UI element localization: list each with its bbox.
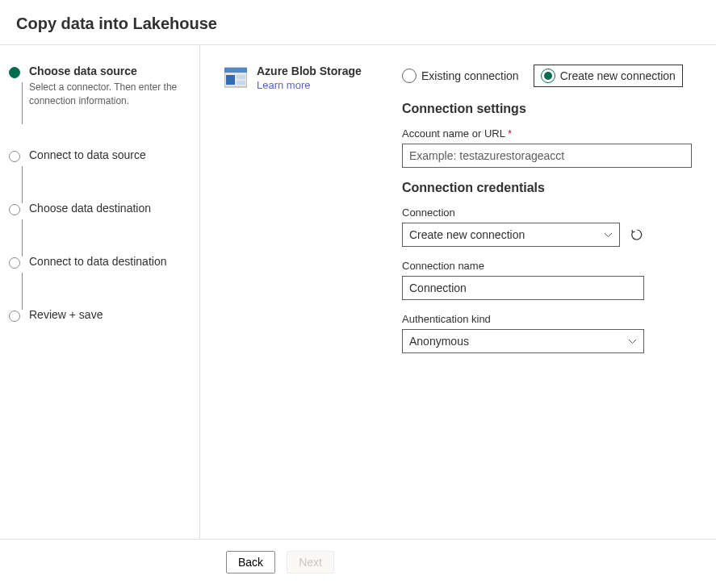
step-title: Choose data destination xyxy=(29,202,151,215)
step-indicator xyxy=(8,255,21,269)
next-button[interactable]: Next xyxy=(287,551,334,573)
radio-icon xyxy=(541,69,555,83)
dialog-body: Choose data source Select a connector. T… xyxy=(0,45,716,539)
step-choose-data-destination[interactable]: Choose data destination xyxy=(8,202,193,255)
step-text: Connect to data destination xyxy=(21,255,166,308)
step-circle-icon xyxy=(9,257,20,269)
step-circle-icon xyxy=(9,151,20,162)
authentication-kind-select[interactable]: Anonymous xyxy=(402,329,644,353)
step-title: Review + save xyxy=(29,308,103,321)
connection-mode-radio-group: Existing connection Create new connectio… xyxy=(402,65,692,87)
main-content: Azure Blob Storage Learn more Existing c… xyxy=(200,45,716,539)
step-text: Choose data source Select a connector. T… xyxy=(21,65,182,148)
step-connector xyxy=(22,166,23,203)
account-url-field: Account name or URL * xyxy=(402,127,692,168)
step-circle-icon xyxy=(9,67,20,78)
connector-name: Azure Blob Storage xyxy=(257,65,362,77)
step-title: Connect to data source xyxy=(29,148,146,161)
learn-more-link[interactable]: Learn more xyxy=(257,79,310,91)
refresh-icon[interactable] xyxy=(630,227,644,242)
step-title: Connect to data destination xyxy=(29,255,166,268)
connection-label: Connection xyxy=(402,206,644,219)
account-url-input[interactable] xyxy=(402,144,692,168)
existing-connection-radio[interactable]: Existing connection xyxy=(402,69,519,83)
svg-rect-2 xyxy=(226,75,235,85)
connection-credentials-heading: Connection credentials xyxy=(402,181,692,195)
step-connector xyxy=(22,273,23,310)
back-button[interactable]: Back xyxy=(226,551,275,573)
select-value: Create new connection xyxy=(409,228,525,241)
required-asterisk: * xyxy=(508,127,512,140)
connector-info: Azure Blob Storage Learn more xyxy=(224,65,386,539)
connection-field: Connection Create new connection xyxy=(402,206,644,247)
dialog-header: Copy data into Lakehouse xyxy=(0,0,716,45)
connection-form: Existing connection Create new connectio… xyxy=(402,65,692,539)
step-indicator xyxy=(8,148,21,162)
wizard-steps: Choose data source Select a connector. T… xyxy=(0,45,200,539)
step-title: Choose data source xyxy=(29,65,182,77)
connection-select[interactable]: Create new connection xyxy=(402,223,620,247)
authentication-kind-field: Authentication kind Anonymous xyxy=(402,313,644,353)
chevron-down-icon xyxy=(604,230,613,240)
step-connect-to-data-source[interactable]: Connect to data source xyxy=(8,148,193,202)
step-text: Choose data destination xyxy=(21,202,151,255)
select-value: Anonymous xyxy=(409,335,469,348)
dialog-title: Copy data into Lakehouse xyxy=(16,15,700,33)
create-new-connection-radio[interactable]: Create new connection xyxy=(534,65,683,87)
connection-name-field: Connection name xyxy=(402,260,644,300)
radio-label: Create new connection xyxy=(560,69,676,82)
step-indicator xyxy=(8,202,21,215)
step-review-save[interactable]: Review + save xyxy=(8,308,193,361)
step-choose-data-source[interactable]: Choose data source Select a connector. T… xyxy=(8,65,193,148)
authentication-kind-label: Authentication kind xyxy=(402,313,644,325)
radio-icon xyxy=(402,69,417,83)
chevron-down-icon xyxy=(628,336,637,346)
radio-label: Existing connection xyxy=(421,69,519,82)
connector-text: Azure Blob Storage Learn more xyxy=(257,65,362,539)
step-connect-to-data-destination[interactable]: Connect to data destination xyxy=(8,255,193,308)
step-connector xyxy=(22,82,23,124)
step-indicator xyxy=(8,65,21,78)
connection-name-input[interactable] xyxy=(402,276,644,300)
step-text: Connect to data source xyxy=(21,148,146,202)
step-connector xyxy=(22,219,23,256)
step-description: Select a connector. Then enter the conne… xyxy=(29,81,182,108)
svg-rect-4 xyxy=(237,81,245,85)
connection-select-row: Create new connection xyxy=(402,223,644,247)
step-indicator xyxy=(8,308,21,322)
svg-rect-3 xyxy=(237,75,245,79)
radio-dot-icon xyxy=(544,72,552,80)
step-text: Review + save xyxy=(21,308,103,361)
connection-name-label: Connection name xyxy=(402,260,644,272)
step-circle-icon xyxy=(9,204,20,215)
connection-settings-heading: Connection settings xyxy=(402,102,692,116)
azure-blob-storage-icon xyxy=(224,66,247,89)
label-text: Account name or URL xyxy=(402,127,505,140)
step-circle-icon xyxy=(9,311,20,322)
svg-rect-1 xyxy=(224,68,247,73)
dialog-footer: Back Next xyxy=(0,539,716,573)
account-url-label: Account name or URL * xyxy=(402,127,692,140)
